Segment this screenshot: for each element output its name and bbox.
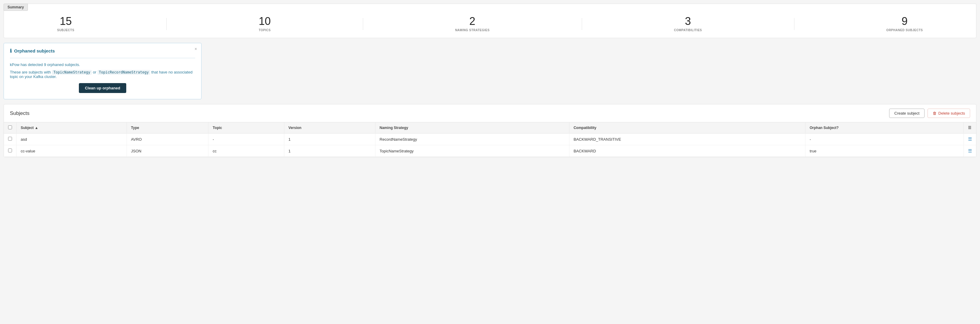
cell-compatibility: BACKWARD_TRANSITIVE [569, 134, 805, 145]
row-detail-icon[interactable]: ☰ [968, 148, 972, 153]
col-header-orphan[interactable]: Orphan Subject? [805, 122, 964, 134]
delete-subjects-label: Delete subjects [938, 111, 965, 115]
stat-label: COMPATIBILITIES [674, 29, 702, 32]
stat-label: SUBJECTS [57, 29, 74, 32]
cell-version: 1 [284, 134, 375, 145]
cell-actions: ☰ [964, 145, 977, 157]
row-checkbox[interactable] [8, 148, 12, 152]
subjects-title: Subjects [10, 110, 29, 117]
stat-item-topics: 10 TOPICS [259, 16, 271, 32]
info-icon: ℹ [10, 48, 12, 54]
row-checkbox[interactable] [8, 137, 12, 141]
col-header-subject[interactable]: Subject ▲ [16, 122, 127, 134]
cell-compatibility: BACKWARD [569, 145, 805, 157]
cell-subject: cc-value [16, 145, 127, 157]
col-header-type[interactable]: Type [127, 122, 208, 134]
cell-orphan: - [805, 134, 964, 145]
row-checkbox-cell [4, 145, 16, 157]
alert-line2-mid: or [92, 70, 97, 74]
stat-item-compatibilities: 3 COMPATIBILITIES [674, 16, 702, 32]
stat-number: 2 [455, 16, 490, 27]
stat-number: 9 [886, 16, 923, 27]
row-checkbox-cell [4, 134, 16, 145]
cell-actions: ☰ [964, 134, 977, 145]
col-header-topic[interactable]: Topic [208, 122, 284, 134]
alert-line2-pre: These are subjects with [10, 70, 52, 74]
orphaned-alert: ℹ Orphaned subjects × kPow has detected … [3, 43, 202, 99]
stat-divider [794, 18, 794, 30]
table-row: asd AVRO - 1 RecordNameStrategy BACKWARD… [4, 134, 976, 145]
cell-type: AVRO [127, 134, 208, 145]
stat-label: TOPICS [259, 29, 271, 32]
cell-type: JSON [127, 145, 208, 157]
table-row: cc-value JSON cc 1 TopicNameStrategy BAC… [4, 145, 976, 157]
stat-item-naming-strategies: 2 NAMING STRATEGIES [455, 16, 490, 32]
alert-body: kPow has detected 9 orphaned subjects. T… [10, 58, 195, 93]
stat-label: NAMING STRATEGIES [455, 29, 490, 32]
subjects-card: Subjects Create subject 🗑 Delete subject… [3, 104, 977, 157]
row-detail-icon[interactable]: ☰ [968, 137, 972, 142]
select-all-checkbox[interactable] [8, 125, 12, 129]
summary-label: Summary [3, 3, 28, 11]
subjects-header: Subjects Create subject 🗑 Delete subject… [4, 104, 976, 122]
stat-divider [363, 18, 363, 30]
cell-topic: - [208, 134, 284, 145]
cell-naming-strategy: RecordNameStrategy [375, 134, 569, 145]
alert-line1: kPow has detected 9 orphaned subjects. [10, 62, 195, 67]
cell-version: 1 [284, 145, 375, 157]
stat-divider [582, 18, 582, 30]
col-header-actions: ☰ [964, 122, 977, 134]
stat-number: 3 [674, 16, 702, 27]
cell-naming-strategy: TopicNameStrategy [375, 145, 569, 157]
cell-topic: cc [208, 145, 284, 157]
col-header-compatibility[interactable]: Compatibility [569, 122, 805, 134]
stat-item-orphaned-subjects: 9 ORPHANED SUBJECTS [886, 16, 923, 32]
alert-line2: These are subjects with TopicNameStrateg… [10, 70, 195, 79]
code-topic-record-name-strategy: TopicRecordNameStrategy [97, 70, 150, 75]
summary-stats: 15 SUBJECTS 10 TOPICS 2 NAMING STRATEGIE… [11, 9, 969, 32]
stat-number: 10 [259, 16, 271, 27]
stat-label: ORPHANED SUBJECTS [886, 29, 923, 32]
subjects-actions: Create subject 🗑 Delete subjects [889, 109, 970, 118]
cleanup-button[interactable]: Clean up orphaned [79, 83, 126, 93]
stat-item-subjects: 15 SUBJECTS [57, 16, 74, 32]
delete-subjects-button[interactable]: 🗑 Delete subjects [928, 109, 970, 118]
stat-divider [166, 18, 167, 30]
code-topic-name-strategy: TopicNameStrategy [52, 70, 92, 75]
cell-orphan: true [805, 145, 964, 157]
table-header-row: Subject ▲ Type Topic Version Naming Stra… [4, 122, 976, 134]
create-subject-button[interactable]: Create subject [889, 109, 924, 118]
stat-number: 15 [57, 16, 74, 27]
col-header-version[interactable]: Version [284, 122, 375, 134]
alert-header: ℹ Orphaned subjects [10, 48, 195, 54]
summary-card: Summary 15 SUBJECTS 10 TOPICS 2 NAMING S… [3, 3, 977, 38]
subjects-table: Subject ▲ Type Topic Version Naming Stra… [4, 122, 976, 157]
trash-icon: 🗑 [932, 111, 937, 115]
col-header-naming-strategy[interactable]: Naming Strategy [375, 122, 569, 134]
alert-title: Orphaned subjects [14, 48, 55, 53]
columns-config-icon[interactable]: ☰ [968, 126, 971, 130]
cell-subject: asd [16, 134, 127, 145]
col-header-checkbox [4, 122, 16, 134]
alert-close-button[interactable]: × [195, 47, 197, 51]
